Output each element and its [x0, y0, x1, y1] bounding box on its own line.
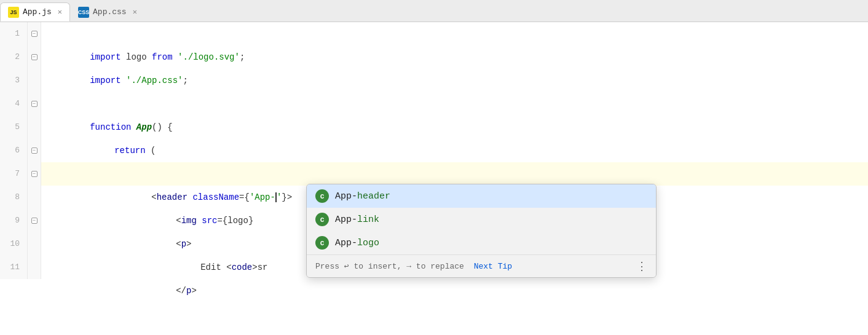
line-number-8: 8 [0, 186, 28, 209]
line-content-7[interactable]: <header className={'App-'}> [41, 162, 868, 186]
line-number-4: 4 [0, 92, 28, 116]
line-gutter-7[interactable]: − [28, 162, 41, 186]
ac-suffix-0: header [357, 191, 390, 202]
css-icon: CSS [78, 7, 89, 18]
line-number-9: 9 [0, 209, 28, 232]
code-line-7: 7 − <header className={'App-'}> [0, 162, 868, 186]
ac-prefix-1: App- [335, 215, 357, 225]
footer-menu-icon[interactable]: ⋮ [636, 259, 647, 273]
line-number-7: 7 [0, 162, 28, 186]
fold-icon-1[interactable]: − [31, 31, 37, 37]
code-line-2: 2 − import './App.css'; [0, 45, 868, 69]
code-line-3: 3 [0, 69, 868, 92]
ac-class-icon-1: c [315, 213, 329, 226]
ac-prefix-0: App- [335, 191, 357, 202]
line-gutter-9[interactable]: − [28, 209, 41, 232]
line-gutter-3 [28, 69, 41, 92]
ac-suffix-1: link [357, 215, 379, 225]
autocomplete-item-0[interactable]: c App-header [307, 184, 656, 208]
fold-icon-7[interactable]: − [31, 171, 37, 177]
fold-icon-9[interactable]: − [31, 218, 37, 224]
code-line-4: 4 − function App() { [0, 92, 868, 116]
code-lines: 1 − import logo from './logo.svg'; 2 − i… [0, 22, 868, 335]
tab-appjs-close[interactable]: ✕ [58, 7, 62, 17]
line-gutter-6[interactable]: − [28, 139, 41, 162]
ac-item-text-0: App-header [335, 191, 390, 202]
fold-icon-4[interactable]: − [31, 101, 37, 107]
line-gutter-10 [28, 232, 41, 256]
code-line-1: 1 − import logo from './logo.svg'; [0, 22, 868, 45]
line-number-10: 10 [0, 232, 28, 256]
autocomplete-dropdown: c App-header c App-link c App-logo Press… [306, 184, 657, 278]
line-number-2: 2 [0, 45, 28, 69]
line-gutter-1[interactable]: − [28, 22, 41, 45]
tab-appjs-label: App.js [23, 7, 52, 17]
ac-class-icon-2: c [315, 236, 329, 250]
autocomplete-item-1[interactable]: c App-link [307, 208, 656, 231]
tab-appcss[interactable]: CSS App.css ✕ [70, 2, 145, 22]
fold-icon-2[interactable]: − [31, 54, 37, 60]
ac-item-text-1: App-link [335, 215, 379, 225]
ac-prefix-2: App- [335, 238, 357, 248]
line-number-5: 5 [0, 116, 28, 139]
ac-class-icon-0: c [315, 189, 329, 203]
line-gutter-5 [28, 116, 41, 139]
line-gutter-8 [28, 186, 41, 209]
line-number-1: 1 [0, 22, 28, 45]
line-content-2[interactable]: import './App.css'; [41, 45, 868, 69]
line-content-5[interactable]: return ( [41, 116, 868, 139]
footer-hint: Press ↩ to insert, → to replace Next Tip [315, 261, 512, 271]
line-number-3: 3 [0, 69, 28, 92]
autocomplete-footer: Press ↩ to insert, → to replace Next Tip… [307, 254, 656, 277]
line-gutter-4[interactable]: − [28, 92, 41, 116]
fold-icon-6[interactable]: − [31, 148, 37, 154]
autocomplete-item-2[interactable]: c App-logo [307, 231, 656, 254]
line-number-6: 6 [0, 139, 28, 162]
line-gutter-11 [28, 256, 41, 279]
ac-item-text-2: App-logo [335, 238, 379, 248]
ac-suffix-2: logo [357, 238, 379, 248]
tab-bar: JS App.js ✕ CSS App.css ✕ [0, 0, 868, 22]
code-editor: 1 − import logo from './logo.svg'; 2 − i… [0, 22, 868, 335]
code-line-6: 6 − <div className="App"> [0, 139, 868, 162]
line-content-1[interactable]: import logo from './logo.svg'; [41, 22, 868, 45]
line-content-3[interactable] [41, 69, 868, 92]
line-number-11: 11 [0, 256, 28, 279]
next-tip-link[interactable]: Next Tip [474, 262, 512, 271]
js-icon: JS [8, 7, 19, 18]
footer-hint-text: Press ↩ to insert, → to replace [315, 261, 464, 271]
tab-appcss-label: App.css [93, 7, 127, 17]
line-content-6[interactable]: <div className="App"> [41, 139, 868, 162]
line-gutter-2[interactable]: − [28, 45, 41, 69]
line-content-4[interactable]: function App() { [41, 92, 868, 116]
tab-appjs[interactable]: JS App.js ✕ [0, 2, 70, 22]
tab-appcss-close[interactable]: ✕ [133, 7, 137, 17]
code-line-5: 5 return ( [0, 116, 868, 139]
